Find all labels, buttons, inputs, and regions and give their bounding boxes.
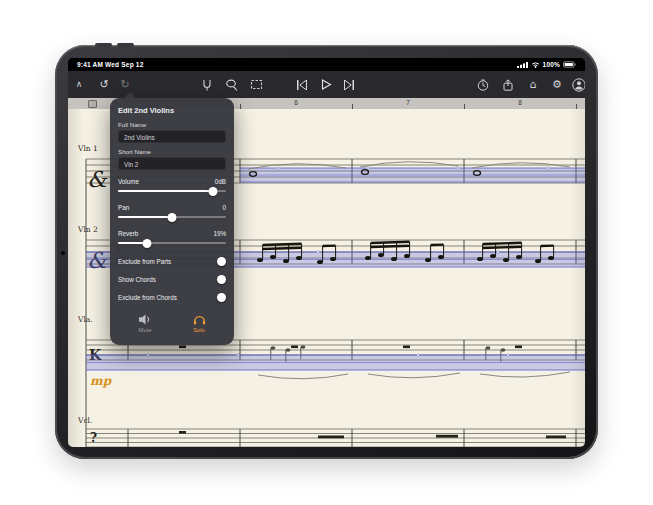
ruler-marker[interactable]	[88, 100, 97, 108]
popover-title: Edit 2nd Violins	[118, 106, 226, 115]
settings-button[interactable]: ⚙	[546, 71, 568, 98]
staff-label-vln2: Vln 2	[77, 225, 98, 234]
redo-icon: ↻	[120, 79, 129, 90]
reverb-value: 19%	[213, 230, 226, 237]
speaker-icon	[139, 314, 152, 325]
volume-value: 0dB	[215, 178, 226, 185]
solo-button[interactable]: Solo	[172, 314, 226, 333]
play-button[interactable]	[315, 71, 337, 98]
reverb-label: Reverb	[118, 230, 138, 237]
bass-clef-icon: ?	[90, 431, 97, 445]
exclude-from-parts-row: Exclude from Parts	[118, 257, 226, 266]
marquee-tool-button[interactable]	[245, 71, 267, 98]
measure-number: 6	[294, 99, 298, 106]
treble-clef-icon: &	[87, 167, 108, 192]
main-toolbar: ∧ ↺ ↻	[68, 71, 585, 99]
collapse-toolbar-button[interactable]: ∧	[68, 71, 90, 98]
volume-up-button[interactable]	[95, 43, 112, 47]
exclude-from-parts-toggle[interactable]	[217, 257, 226, 266]
volume-down-button[interactable]	[117, 43, 134, 47]
measure-number: 8	[518, 99, 522, 106]
clock-icon	[477, 79, 489, 91]
volume-slider[interactable]	[118, 186, 226, 196]
staff-label-vcl: Vcl.	[77, 416, 92, 425]
ipad-screen: 9:41 AM Wed Sep 12 100%	[68, 58, 585, 447]
whole-rest	[291, 346, 298, 349]
pan-value: 0	[222, 204, 226, 211]
show-chords-label: Show Chords	[118, 276, 156, 283]
short-name-label: Short Name	[118, 148, 226, 155]
mute-label: Mute	[139, 327, 152, 333]
exclude-from-chords-label: Exclude from Chords	[118, 294, 177, 301]
measure-number: 7	[406, 99, 410, 106]
headphones-icon	[193, 314, 206, 325]
mute-button[interactable]: Mute	[118, 314, 172, 333]
skip-back-icon	[296, 80, 308, 90]
timer-button[interactable]	[472, 71, 494, 98]
play-icon	[320, 79, 332, 90]
volume-label: Volume	[118, 178, 139, 185]
whole-rest	[179, 346, 186, 349]
show-chords-toggle[interactable]	[217, 275, 226, 284]
short-name-field[interactable]: Vln 2	[118, 157, 226, 170]
marquee-icon	[250, 79, 263, 90]
volume-slider-knob[interactable]	[209, 187, 218, 196]
status-time: 9:41 AM Wed Sep 12	[77, 61, 143, 68]
home-icon: ⌂	[530, 79, 537, 90]
tuning-fork-icon	[201, 79, 213, 91]
home-button[interactable]: ⌂	[522, 71, 544, 98]
reverb-row: Reverb 19%	[118, 230, 226, 237]
dynamic-marking[interactable]: mp	[90, 374, 113, 388]
whole-rest	[179, 431, 186, 434]
status-indicators: 100%	[517, 61, 576, 68]
exclude-from-chords-toggle[interactable]	[217, 293, 226, 302]
exclude-from-chords-row: Exclude from Chords	[118, 293, 226, 302]
popover-arrow	[124, 92, 136, 98]
vla-slurs	[258, 372, 570, 379]
pan-row: Pan 0	[118, 204, 226, 211]
whole-rest	[403, 346, 410, 349]
undo-icon: ↺	[99, 79, 108, 90]
full-name-field[interactable]: 2nd Violins	[118, 130, 226, 143]
battery-percent: 100%	[543, 61, 560, 68]
gear-icon: ⚙	[552, 79, 562, 90]
staff-vcl: Vcl. ?	[77, 416, 585, 447]
status-bar: 9:41 AM Wed Sep 12 100%	[68, 58, 585, 71]
selection-band-vln1[interactable]	[240, 167, 585, 182]
staff-label-vln1: Vln 1	[77, 144, 98, 153]
lasso-tool-button[interactable]	[220, 71, 242, 98]
cellular-icon	[517, 61, 528, 68]
edit-instrument-popover: Edit 2nd Violins Full Name 2nd Violins S…	[110, 98, 234, 345]
wifi-icon	[531, 61, 540, 68]
pan-slider[interactable]	[118, 212, 226, 222]
battery-icon	[563, 61, 576, 68]
skip-back-button[interactable]	[291, 71, 313, 98]
staff-label-vla: Vla.	[77, 315, 93, 324]
tuning-fork-tool-button[interactable]	[196, 71, 218, 98]
held-note	[546, 436, 566, 439]
undo-button[interactable]: ↺	[93, 71, 115, 98]
pan-slider-knob[interactable]	[168, 213, 177, 222]
reverb-slider[interactable]	[118, 238, 226, 248]
show-chords-row: Show Chords	[118, 275, 226, 284]
account-button[interactable]	[568, 71, 585, 98]
share-button[interactable]	[497, 71, 519, 98]
profile-avatar-icon	[572, 78, 585, 92]
whole-rest	[515, 346, 522, 349]
skip-forward-button[interactable]	[338, 71, 360, 98]
volume-row: Volume 0dB	[118, 178, 226, 185]
held-note	[318, 436, 344, 439]
exclude-from-parts-label: Exclude from Parts	[118, 258, 171, 265]
share-icon	[502, 79, 514, 91]
held-note	[436, 435, 458, 438]
lasso-icon	[225, 79, 238, 91]
front-camera	[60, 250, 66, 256]
solo-label: Solo	[193, 327, 205, 333]
pan-label: Pan	[118, 204, 129, 211]
mute-solo-footer: Mute Solo	[118, 314, 226, 333]
selection-band-vla[interactable]	[86, 354, 585, 370]
skip-forward-icon	[343, 80, 355, 90]
full-name-label: Full Name	[118, 121, 226, 128]
chevron-up-icon: ∧	[76, 80, 83, 89]
reverb-slider-knob[interactable]	[143, 239, 152, 248]
